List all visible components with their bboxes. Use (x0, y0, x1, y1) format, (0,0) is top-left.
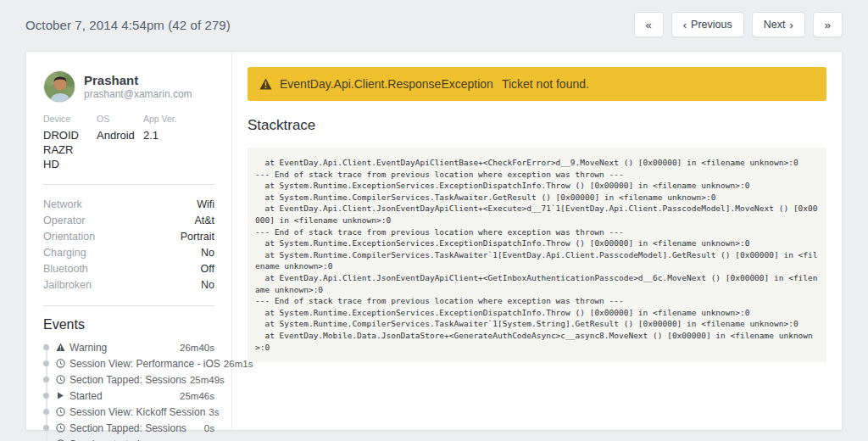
event-label: Started (70, 390, 176, 402)
double-chevron-right-icon: » (825, 19, 831, 31)
chevron-left-icon: ‹ (683, 19, 687, 31)
detail-label: Operator (43, 215, 85, 226)
double-chevron-left-icon: « (646, 19, 652, 31)
next-button-label: Next (764, 19, 786, 31)
event-label: Section Tapped: Sessions (70, 374, 186, 386)
os-label: OS (97, 114, 136, 124)
detail-value: Wifi (197, 198, 214, 210)
timeline-dot (43, 360, 49, 366)
event-duration: 26m40s (176, 343, 214, 353)
event-label: Warning (70, 342, 176, 354)
detail-label: Charging (43, 247, 86, 259)
clock-icon (56, 375, 65, 384)
stacktrace-code: at EventDay.Api.Client.EventDayApiClient… (248, 148, 826, 362)
device-value: DROID RAZR HD (43, 128, 90, 171)
detail-row-bluetooth: Bluetooth Off (43, 260, 214, 276)
pagination-controls: « ‹ Previous Next › » (634, 12, 843, 37)
exception-message: Ticket not found. (502, 77, 589, 91)
user-email: prashant@xamarin.com (84, 88, 192, 101)
events-title: Events (43, 317, 214, 332)
user-profile: Prashant prashant@xamarin.com (43, 70, 214, 103)
event-duration: 25m49s (186, 375, 225, 385)
warning-icon (259, 78, 272, 90)
detail-label: Orientation (43, 231, 95, 243)
clock-icon (56, 407, 65, 416)
event-row: Warning 26m40s (43, 339, 214, 355)
timeline-dot (43, 409, 49, 415)
event-label: Session View: Performance - iOS (70, 358, 220, 370)
exception-banner: EventDay.Api.Client.ResponseException Ti… (248, 67, 826, 101)
session-details-list: Network Wifi Operator At&t Orientation P… (43, 196, 214, 293)
divider (43, 184, 214, 185)
event-row: Session View: Performance - iOS 26m1s (43, 355, 214, 371)
timeline-dot (43, 377, 49, 382)
device-info-device: Device DROID RAZR HD (43, 114, 97, 171)
user-identity: Prashant prashant@xamarin.com (84, 73, 192, 101)
device-info-os: OS Android (97, 114, 143, 171)
detail-row-jailbroken: Jailbroken No (43, 276, 214, 293)
device-info-appver: App Ver. 2.1 (143, 114, 184, 171)
event-row: Session started (43, 436, 214, 441)
divider (43, 305, 214, 306)
detail-row-operator: Operator At&t (43, 212, 214, 228)
play-icon (56, 391, 65, 400)
crash-detail-card: Prashant prashant@xamarin.com Device DRO… (25, 51, 843, 431)
event-row: Session View: Kickoff Session 3s (43, 404, 214, 420)
user-name: Prashant (84, 73, 192, 88)
detail-value: No (201, 247, 214, 259)
detail-value: Off (201, 263, 214, 275)
detail-label: Bluetooth (43, 263, 88, 275)
event-label: Section Tapped: Sessions (70, 422, 201, 434)
events-timeline: Warning 26m40s Session View: Performance… (43, 339, 214, 441)
previous-button-label: Previous (691, 19, 732, 31)
device-info: Device DROID RAZR HD OS Android App Ver.… (43, 114, 214, 171)
next-button[interactable]: Next › (752, 12, 805, 37)
appver-value: 2.1 (143, 128, 177, 142)
avatar (43, 70, 75, 103)
clock-icon (56, 359, 65, 368)
event-duration: 26m1s (220, 359, 253, 369)
page-header: October 7, 2014 4:54pm (42 of 279) « ‹ P… (0, 0, 868, 49)
detail-row-network: Network Wifi (43, 196, 214, 212)
crash-main-panel: EventDay.Api.Client.ResponseException Ti… (232, 52, 842, 430)
appver-label: App Ver. (143, 114, 177, 124)
last-button[interactable]: » (813, 12, 843, 37)
timeline-dot (43, 425, 49, 431)
event-duration: 0s (201, 423, 214, 433)
stacktrace-title: Stacktrace (248, 117, 826, 134)
device-label: Device (43, 114, 90, 124)
clock-icon (56, 423, 65, 433)
event-row: Section Tapped: Sessions 25m49s (43, 371, 214, 388)
detail-row-charging: Charging No (43, 244, 214, 260)
chevron-right-icon: › (789, 19, 793, 31)
event-duration: 3s (205, 407, 219, 417)
event-label: Session View: Kickoff Session (70, 406, 205, 418)
first-button[interactable]: « (634, 12, 664, 37)
exception-type: EventDay.Api.Client.ResponseException (280, 77, 493, 91)
event-duration: 25m46s (176, 391, 214, 401)
warning-icon (56, 343, 65, 352)
timeline-dot (43, 393, 49, 399)
os-value: Android (97, 128, 136, 142)
previous-button[interactable]: ‹ Previous (671, 12, 744, 37)
event-label: Session started (70, 438, 211, 441)
event-row: Started 25m46s (43, 388, 214, 404)
crash-date-label: October 7, 2014 4:54pm (42 of 279) (25, 18, 231, 32)
detail-row-orientation: Orientation Portrait (43, 228, 214, 244)
detail-label: Network (43, 198, 82, 210)
detail-value: No (201, 279, 214, 291)
detail-value: Portrait (181, 231, 214, 243)
session-sidebar: Prashant prashant@xamarin.com Device DRO… (26, 52, 232, 430)
event-row: Section Tapped: Sessions 0s (43, 420, 214, 436)
timeline-dot (43, 344, 49, 350)
detail-value: At&t (194, 215, 214, 226)
detail-label: Jailbroken (43, 279, 92, 291)
